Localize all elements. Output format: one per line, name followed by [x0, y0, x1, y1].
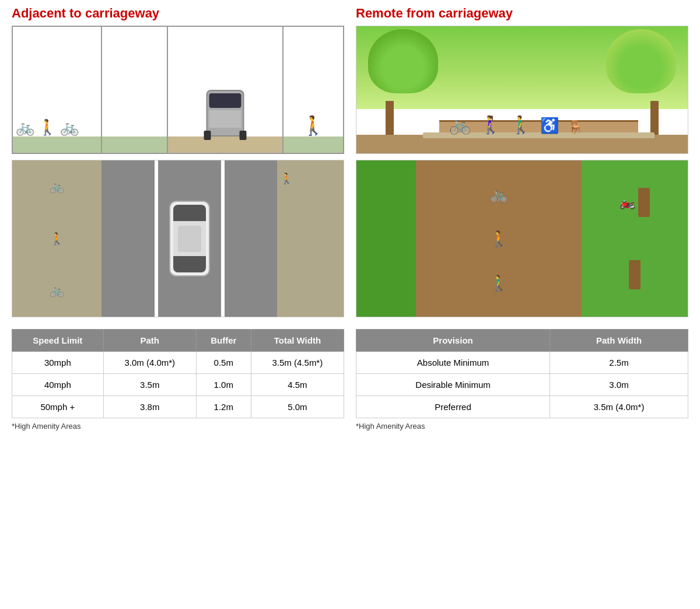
cell-buffer-30: 0.5m [196, 352, 251, 374]
remote-wheelchair: ♿ [540, 117, 559, 135]
car-top-windshield [173, 205, 206, 221]
aerial-view-diagram: 🚲 🚶 🚲 🚶 [12, 160, 344, 317]
car-windshield [209, 93, 242, 108]
tree-left [386, 101, 394, 136]
remote-figures: 🚲 🚶‍♀️ 🚶‍♂️ ♿ 🪑 [449, 114, 583, 135]
right-table-footnote: *High Amenity Areas [356, 422, 688, 430]
remote-woman: 🚶‍♀️ [480, 114, 501, 135]
table-row-preferred: Preferred 3.5m (4.0m*) [356, 396, 688, 418]
aerial-shared-footway: 🚲 🚶 🚲 [12, 160, 102, 317]
cell-speed-50: 50mph + [12, 396, 104, 418]
carriageway-ground [168, 136, 282, 153]
remote-aerial-right: 🏍️ [582, 160, 688, 317]
bench-bottom [629, 260, 640, 289]
th-path-width: Path Width [550, 330, 688, 352]
table-row-abs-min: Absolute Minimum 2.5m [356, 352, 688, 374]
main-container: Adjacent to carriageway Shared UseFootwa… [0, 0, 700, 436]
th-speed-limit: Speed Limit [12, 330, 104, 352]
table-row-des-min: Desirable Minimum 3.0m [356, 374, 688, 396]
buffer-ground [102, 136, 167, 153]
cell-speed-40: 40mph [12, 374, 104, 396]
tree-right-trunk [650, 101, 659, 136]
car-front-figure [206, 90, 244, 136]
tree-right [650, 101, 659, 136]
tree-right-foliage [606, 29, 676, 93]
left-column: Adjacent to carriageway Shared UseFootwa… [12, 6, 344, 317]
front-elevation-diagram: Shared UseFootway Buffer Carriageway Foo… [12, 26, 344, 154]
shared-footway-section: 🚲 🚶 🚲 [13, 27, 102, 153]
remote-aerial-left-green [356, 160, 416, 317]
remote-aerial-cyclist-2: 🚶 [489, 230, 508, 248]
right-column: Remote from carriageway [356, 6, 688, 317]
left-data-table: Speed Limit Path Buffer Total Width 30mp… [12, 329, 344, 430]
cell-width-pref: 3.5m (4.0m*) [550, 396, 688, 418]
cell-path-30: 3.0m (4.0m*) [103, 352, 196, 374]
cyclist-figure-1: 🚲 [16, 118, 34, 136]
cell-path-40: 3.5m [103, 374, 196, 396]
left-section-title: Adjacent to carriageway [12, 6, 344, 21]
car-wheel-right [240, 131, 247, 140]
remote-right-top: 🏍️ [620, 188, 650, 217]
aerial-person-3: 🚲 [50, 284, 64, 298]
shared-footway-figures: 🚲 🚶 🚲 [16, 118, 79, 136]
remote-bench: 🪑 [568, 120, 583, 135]
tree-left-trunk [386, 101, 394, 136]
remote-aerial-view: 🚲 🚶 🚶‍♂️ 🏍️ [356, 160, 688, 317]
left-table-footnote: *High Amenity Areas [12, 422, 344, 430]
remote-cyclist: 🚲 [449, 114, 471, 135]
pedestrian-figure-1: 🚶 [38, 118, 57, 136]
table-row-40mph: 40mph 3.5m 1.0m 4.5m [12, 374, 344, 396]
aerial-footway: 🚶 [277, 160, 344, 317]
th-buffer: Buffer [196, 330, 251, 352]
th-provision: Provision [356, 330, 550, 352]
footway-ground [284, 136, 343, 153]
road-line-left [155, 160, 158, 317]
left-table-element: Speed Limit Path Buffer Total Width 30mp… [12, 329, 344, 418]
remote-aerial-cyclist-1: 🚲 [489, 186, 508, 204]
top-section: Adjacent to carriageway Shared UseFootwa… [12, 6, 688, 317]
cell-buffer-50: 1.2m [196, 396, 251, 418]
cell-total-40: 4.5m [251, 374, 344, 396]
cell-speed-30: 30mph [12, 352, 104, 374]
cell-width-abs: 2.5m [550, 352, 688, 374]
tree-left-foliage [368, 29, 438, 93]
cell-buffer-40: 1.0m [196, 374, 251, 396]
buffer-section [102, 27, 168, 153]
th-total-width: Total Width [251, 330, 344, 352]
cyclist-figure-2: 🚲 [60, 118, 79, 136]
th-path: Path [103, 330, 196, 352]
car-roof-detail [178, 226, 201, 252]
road-line-right [221, 160, 225, 317]
car-top-roof [173, 221, 206, 256]
cell-path-50: 3.8m [103, 396, 196, 418]
aerial-person-1: 🚲 [50, 180, 64, 194]
right-table-element: Provision Path Width Absolute Minimum 2.… [356, 329, 688, 418]
right-data-table: Provision Path Width Absolute Minimum 2.… [356, 329, 688, 430]
remote-man: 🚶‍♂️ [510, 114, 531, 135]
car-body [209, 110, 242, 128]
cell-provision-pref: Preferred [356, 396, 550, 418]
table-row-50mph: 50mph + 3.8m 1.2m 5.0m [12, 396, 344, 418]
car-topdown [169, 201, 210, 276]
tables-section: Speed Limit Path Buffer Total Width 30mp… [12, 329, 688, 430]
car-wheel-left [204, 131, 211, 140]
bench-top [638, 188, 650, 217]
shared-footway-ground [13, 136, 101, 153]
aerial-person-2: 🚶 [50, 232, 64, 246]
car-top-rear [173, 256, 206, 272]
right-section-title: Remote from carriageway [356, 6, 688, 21]
pedestrian-footway: 🚶 [302, 114, 325, 136]
aerial-footway-person: 🚶 [277, 160, 344, 197]
cell-total-50: 5.0m [251, 396, 344, 418]
remote-front-elevation: 🚲 🚶‍♀️ 🚶‍♂️ ♿ 🪑 [356, 26, 688, 154]
table-row-30mph: 30mph 3.0m (4.0m*) 0.5m 3.5m (4.5m*) [12, 352, 344, 374]
remote-aerial-pair: 🚶‍♂️ [489, 274, 508, 292]
remote-aerial-path: 🚲 🚶 🚶‍♂️ [416, 160, 582, 317]
cell-width-des: 3.0m [550, 374, 688, 396]
remote-aerial-motorbike: 🏍️ [620, 195, 635, 210]
carriageway-section [168, 27, 284, 153]
cell-provision-abs: Absolute Minimum [356, 352, 550, 374]
aerial-carriageway [102, 160, 277, 317]
footway-section: 🚶 [284, 27, 343, 153]
cell-total-30: 3.5m (4.5m*) [251, 352, 344, 374]
